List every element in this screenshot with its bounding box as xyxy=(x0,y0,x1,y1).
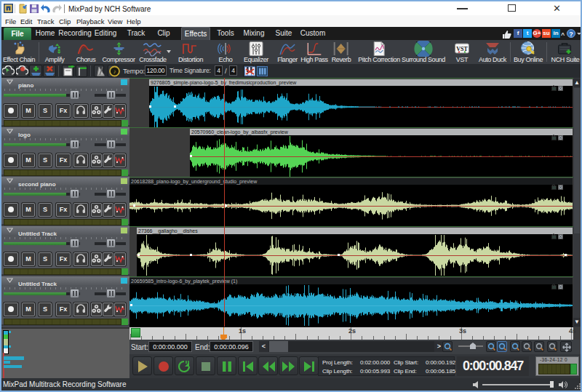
svg-text:♪: ♪ xyxy=(113,68,116,75)
svg-text:VST: VST xyxy=(456,46,468,52)
